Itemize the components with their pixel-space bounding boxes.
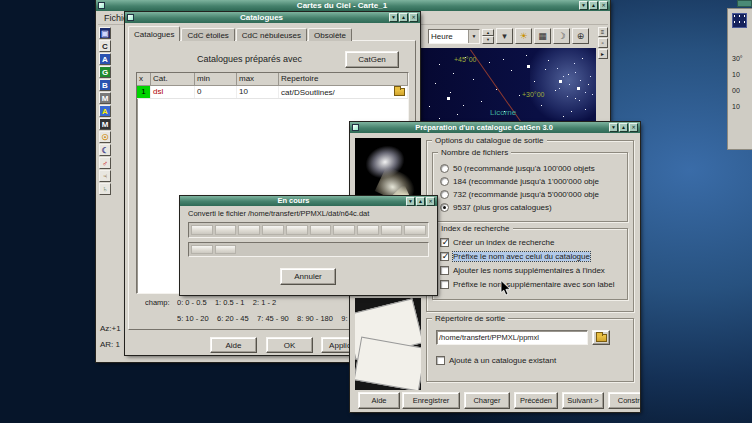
aide-button[interactable]: Aide xyxy=(358,392,400,409)
sidebar-tool-icon[interactable]: ▣ xyxy=(99,27,111,39)
radio-icon[interactable] xyxy=(440,190,449,199)
right-tool-list-icon[interactable]: ≡ xyxy=(598,27,608,37)
tab-cdc-nebuleuses[interactable]: CdC nébuleuses xyxy=(236,28,307,41)
close-icon[interactable]: ✕ xyxy=(426,197,435,206)
milky-way-haze xyxy=(530,48,596,120)
maximize-icon[interactable]: ▲ xyxy=(619,123,628,132)
annuler-button[interactable]: Annuler xyxy=(280,268,336,285)
toolbar-grid-icon[interactable]: ▦ xyxy=(534,28,551,44)
catgen-titlebar[interactable]: Préparation d'un catalogue CatGen 3.0 ▼ … xyxy=(350,122,640,133)
column-header: min xyxy=(195,73,237,85)
construire-button[interactable]: Construire le xyxy=(608,392,640,409)
spin-down-icon[interactable]: ▼ xyxy=(482,36,494,44)
catalogues-tabs: Catalogues CdC étoiles CdC nébuleuses Ob… xyxy=(128,26,353,41)
right-tool-square-icon[interactable]: ▫ xyxy=(598,38,608,48)
ok-button[interactable]: OK xyxy=(266,337,313,353)
declination-label-45: +45°00 xyxy=(454,56,476,63)
sidebar-tool-icon[interactable]: G xyxy=(99,66,111,78)
close-icon[interactable]: ✕ xyxy=(599,1,608,10)
checkbox-icon[interactable] xyxy=(436,356,445,365)
output-path-input[interactable]: /home/transfert/PPMXL/ppmxl xyxy=(436,330,588,345)
catalogues-titlebar[interactable]: Catalogues ▼ ▲ ✕ xyxy=(125,12,420,23)
sidebar-tool-icon[interactable]: A xyxy=(99,53,111,65)
progress-title: En cours xyxy=(182,196,405,206)
tab-catalogues[interactable]: Catalogues xyxy=(128,26,180,41)
browse-folder-button[interactable] xyxy=(592,330,610,345)
aide-button[interactable]: Aide xyxy=(210,337,257,353)
radio-option-9537[interactable]: 9537 (plus gros catalogues) xyxy=(440,201,622,213)
repertoire-cell[interactable]: cat/DSoutlines/ xyxy=(279,86,408,98)
checkbox-icon[interactable] xyxy=(440,266,449,275)
right-tool-arrow-icon[interactable]: ▸ xyxy=(598,49,608,59)
active-marker-cell[interactable]: 1 xyxy=(137,86,151,98)
maximize-icon[interactable]: ▲ xyxy=(399,13,408,22)
radio-icon[interactable] xyxy=(440,164,449,173)
constellation-name-label: Licorne xyxy=(490,108,516,117)
radio-label: 50 (recommandé jusqu'à 100'000 objets xyxy=(453,164,595,173)
close-icon[interactable]: ✕ xyxy=(629,123,638,132)
suivant-button[interactable]: Suivant > xyxy=(562,392,604,409)
sidebar-tool-icon[interactable]: ☾ xyxy=(99,144,111,156)
catalog-id-cell[interactable]: dsl xyxy=(151,86,195,98)
spin-up-icon[interactable]: ▲ xyxy=(482,29,494,37)
enregistrer-button[interactable]: Enregistrer xyxy=(402,392,460,409)
checkbox-prefix-extra-label[interactable]: Préfixe le nom supplémentaire avec son l… xyxy=(440,278,622,290)
precedent-button[interactable]: Précéden xyxy=(514,392,558,409)
screen: 30° 10 00 10 Cartes du Ciel - Carte_1 ▼ … xyxy=(0,0,752,423)
close-icon[interactable]: ✕ xyxy=(409,13,418,22)
radio-label: 184 (recommandé jusqu'à 1'000'000 obje xyxy=(453,177,599,186)
sidebar-tool-icon[interactable]: M xyxy=(99,118,111,130)
folder-icon[interactable] xyxy=(394,88,405,96)
maximize-icon[interactable]: ▲ xyxy=(589,1,598,10)
checkbox-icon[interactable] xyxy=(440,238,449,247)
toolbar-moon-icon[interactable]: ☽ xyxy=(553,28,570,44)
radio-option-50[interactable]: 50 (recommandé jusqu'à 100'000 objets xyxy=(440,162,622,174)
combo-dropdown-icon[interactable]: ▼ xyxy=(468,30,479,43)
table-row[interactable]: 1 dsl 0 10 cat/DSoutlines/ xyxy=(137,86,408,99)
checkbox-append-existing[interactable]: Ajouté à un catalogue existant xyxy=(436,354,626,366)
checkbox-label: Ajouté à un catalogue existant xyxy=(449,356,556,365)
checkbox-add-extra-names[interactable]: Ajouter les noms supplémentaires à l'ind… xyxy=(440,264,622,276)
sidebar-tool-icon[interactable]: B xyxy=(99,79,111,91)
sidebar-tool-icon[interactable]: ♄ xyxy=(99,183,111,195)
checkbox-create-index[interactable]: Créer un index de recherche xyxy=(440,236,622,248)
max-cell[interactable]: 10 xyxy=(237,86,279,98)
main-window-titlebar[interactable]: Cartes du Ciel - Carte_1 ▼ ▲ ✕ xyxy=(96,0,610,11)
table-header: x Cat. min max Repertoire xyxy=(137,73,408,86)
sidebar-tool-icon[interactable]: M xyxy=(99,92,111,104)
minimize-icon[interactable]: ▼ xyxy=(389,13,398,22)
maximize-icon[interactable]: ▲ xyxy=(416,197,425,206)
minimize-icon[interactable]: ▼ xyxy=(579,1,588,10)
time-stepper[interactable]: ▲ ▼ xyxy=(482,29,494,44)
sidebar-tool-icon[interactable]: A xyxy=(99,105,111,117)
sidebar-tool-icon[interactable]: ♂ xyxy=(99,157,111,169)
charger-button[interactable]: Charger xyxy=(464,392,510,409)
minimize-icon[interactable]: ▼ xyxy=(406,197,415,206)
tab-cdc-etoiles[interactable]: CdC étoiles xyxy=(181,28,234,41)
radio-icon[interactable] xyxy=(440,177,449,186)
dialog-icon xyxy=(127,14,134,21)
radio-option-184[interactable]: 184 (recommandé jusqu'à 1'000'000 obje xyxy=(440,175,622,187)
corner-window-button[interactable] xyxy=(737,0,752,7)
min-cell[interactable]: 0 xyxy=(195,86,237,98)
tab-obsolete[interactable]: Obsolète xyxy=(308,28,352,41)
status-azimuth: Az:+1 xyxy=(100,324,121,333)
time-mode-combobox[interactable]: Heure ▼ xyxy=(428,29,480,44)
left-toolbar: ▣ C A G B M A M ☉ ☾ ♂ ♃ ♄ xyxy=(98,27,113,196)
minimize-icon[interactable]: ▼ xyxy=(609,123,618,132)
sidebar-tool-icon[interactable]: ♃ xyxy=(99,170,111,182)
sidebar-tool-icon[interactable]: C xyxy=(99,40,111,52)
radio-icon[interactable] xyxy=(440,203,449,212)
progress-titlebar[interactable]: En cours ▼ ▲ ✕ xyxy=(180,196,437,206)
checkbox-prefix-catalog-name[interactable]: Préfixe le nom avec celui du catalogue xyxy=(440,250,622,262)
checkbox-icon[interactable] xyxy=(440,280,449,289)
checkbox-label: Créer un index de recherche xyxy=(453,238,554,247)
radio-option-732[interactable]: 732 (recommandé jusqu'à 5'000'000 obje xyxy=(440,188,622,200)
time-mode-value: Heure xyxy=(429,30,468,43)
catgen-button[interactable]: CatGen xyxy=(345,51,399,68)
sidebar-tool-icon[interactable]: ☉ xyxy=(99,131,111,143)
toolbar-dropdown-icon[interactable]: ▾ xyxy=(496,28,513,44)
toolbar-sun-icon[interactable]: ☀ xyxy=(515,28,532,44)
toolbar-target-icon[interactable]: ⊕ xyxy=(572,28,589,44)
checkbox-icon[interactable] xyxy=(440,252,449,261)
